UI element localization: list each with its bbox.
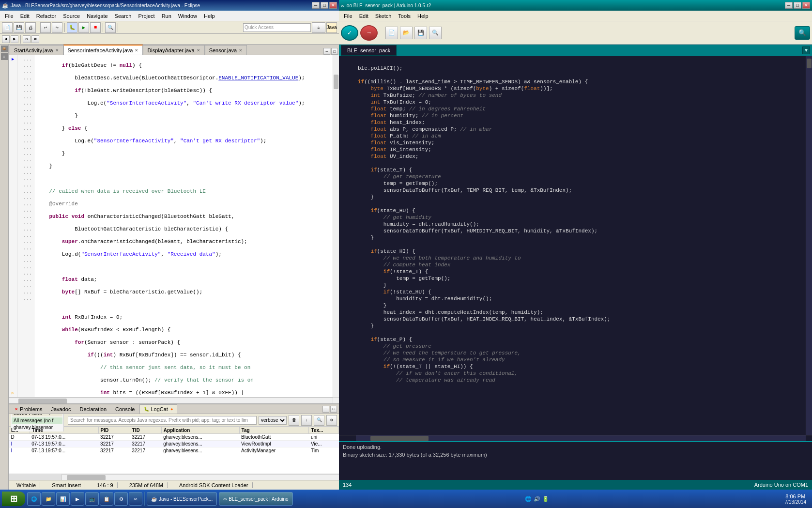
tab-logcat[interactable]: 🐛 LogCat ● xyxy=(139,404,177,414)
menu-navigate[interactable]: Navigate xyxy=(84,12,110,20)
tab-problems[interactable]: ✕ Problems xyxy=(11,404,46,414)
bottom-max-btn[interactable]: □ xyxy=(330,406,337,413)
save-btn[interactable]: 💾 xyxy=(14,22,24,33)
tab-console[interactable]: Console xyxy=(111,404,138,414)
quicklaunch-extra2[interactable]: 📋 xyxy=(100,492,113,506)
start-button[interactable]: ⊞ xyxy=(2,492,25,506)
eclipse-maximize-btn[interactable]: □ xyxy=(321,2,328,9)
editor-min-btn[interactable]: ─ xyxy=(323,48,330,55)
tab-javadoc[interactable]: Javadoc xyxy=(47,404,75,414)
editor-max-btn[interactable]: □ xyxy=(331,48,338,55)
quicklaunch-extra1[interactable]: 📺 xyxy=(85,492,99,506)
ard-menu-tools[interactable]: Tools xyxy=(395,12,414,20)
arduino-tab-dropdown[interactable]: ▼ xyxy=(802,46,810,54)
sidebar-outline-icon[interactable]: ≡ xyxy=(1,53,8,60)
tab-declaration[interactable]: Declaration xyxy=(76,404,110,414)
sync-btn[interactable]: ⇄ xyxy=(31,35,39,43)
undo-btn[interactable]: ↩ xyxy=(40,22,51,33)
arduino-editor[interactable]: ble.pollACI(); if((millis() - last_send_… xyxy=(339,56,812,441)
taskbar-arduino-label: BLE_sensor_pack | Arduino xyxy=(229,496,288,502)
remove-filter-btn[interactable]: − xyxy=(58,414,61,416)
logcat-settings-btn[interactable]: ⚙ xyxy=(326,415,337,426)
arduino-upload-btn[interactable]: → xyxy=(360,25,378,41)
new-btn[interactable]: 📄 xyxy=(2,22,13,33)
ard-menu-file[interactable]: File xyxy=(341,12,355,20)
run-btn[interactable]: ▶ xyxy=(78,22,89,33)
menu-help[interactable]: Help xyxy=(201,12,218,20)
menu-run[interactable]: Run xyxy=(159,12,174,20)
tab-sensor-close[interactable]: ✕ xyxy=(239,48,243,53)
table-row[interactable]: I 07-13 19:57:0... 32217 32217 gharvey.b… xyxy=(9,441,339,447)
menu-file[interactable]: File xyxy=(2,12,16,20)
menu-search[interactable]: Search xyxy=(112,12,135,20)
logcat-scroll-btn[interactable]: ↓ xyxy=(301,415,312,426)
ard-menu-help[interactable]: Help xyxy=(414,12,431,20)
add-filter-btn[interactable]: + xyxy=(48,414,51,416)
tab-startactivity-close[interactable]: ✕ xyxy=(55,48,59,53)
menu-refactor[interactable]: Refactor xyxy=(33,12,60,20)
arduino-save-btn[interactable]: 💾 xyxy=(414,27,427,39)
taskbar-arduino-window[interactable]: ∞ BLE_sensor_pack | Arduino xyxy=(219,492,292,506)
tab-sensorinterface-close[interactable]: ✕ xyxy=(135,48,138,53)
quicklaunch-explorer[interactable]: 📁 xyxy=(42,492,55,506)
quicklaunch-extra3[interactable]: ⚙ xyxy=(114,492,128,506)
table-row[interactable]: I 07-13 19:57:0... 32217 32217 gharvey.b… xyxy=(9,447,339,454)
arduino-monitor-btn[interactable]: 🔍 xyxy=(429,27,442,39)
table-row[interactable]: D 07-13 19:57:0... 32217 32217 gharvey.b… xyxy=(9,434,339,441)
editor-vscrollbar[interactable] xyxy=(333,55,339,397)
ard-menu-sketch[interactable]: Sketch xyxy=(372,12,395,20)
ard-menu-edit[interactable]: Edit xyxy=(356,12,371,20)
sidebar-package-icon[interactable]: 📦 xyxy=(1,46,8,52)
menu-project[interactable]: Project xyxy=(135,12,157,20)
tab-displayadapter-close[interactable]: ✕ xyxy=(197,48,200,53)
arduino-tab-main[interactable]: BLE_sensor_pack xyxy=(341,45,397,56)
quicklaunch-matlab[interactable]: 📊 xyxy=(56,492,70,506)
tab-sensorinterface[interactable]: SensorInterfaceActivity.java ✕ xyxy=(63,45,143,55)
logcat-filter-btn[interactable]: 🔍 xyxy=(314,415,324,426)
perspective-java[interactable]: Java xyxy=(326,22,337,33)
arduino-search-btn[interactable]: 🔍 xyxy=(795,26,810,40)
quicklaunch-media[interactable]: ▶ xyxy=(71,492,84,506)
eclipse-editor[interactable]: ► ▷ ... ... ... ... ... ... ... ... ... … xyxy=(9,55,339,397)
tab-displayadapter[interactable]: DisplayAdapter.java ✕ xyxy=(143,45,204,55)
menu-window[interactable]: Window xyxy=(175,12,200,20)
taskbar-clock[interactable]: 8:06 PM 7/13/2014 xyxy=(781,493,810,505)
redo-btn[interactable]: ↪ xyxy=(52,22,62,33)
arduino-vscrollbar[interactable] xyxy=(806,56,812,435)
taskbar-eclipse-window[interactable]: ☕ Java - BLESensorPack... xyxy=(147,492,217,506)
refresh-btn[interactable]: ↻ xyxy=(23,35,31,43)
verbose-select[interactable]: verbose xyxy=(259,416,287,425)
search-btn[interactable]: 🔍 xyxy=(105,22,116,33)
arduino-hscrollbar[interactable] xyxy=(339,435,812,441)
tab-sensor[interactable]: Sensor.java ✕ xyxy=(205,45,247,55)
cell-text-2: Tim xyxy=(309,447,339,454)
back-btn[interactable]: ◀ xyxy=(2,35,10,43)
arduino-open-btn[interactable]: 📂 xyxy=(400,27,413,39)
logcat-search-input[interactable] xyxy=(68,416,257,425)
debug-btn[interactable]: 🐛 xyxy=(67,22,77,33)
forward-btn[interactable]: ▶ xyxy=(11,35,18,43)
code-content[interactable]: if(bleGattDesc != null) { bleGattDesc.se… xyxy=(34,55,333,397)
toolbar-extra-btn[interactable]: ☕ xyxy=(312,22,325,33)
arduino-verify-btn[interactable]: ✓ xyxy=(341,25,358,41)
stop-btn[interactable]: ■ xyxy=(90,22,101,33)
quicklaunch-ie[interactable]: 🌐 xyxy=(27,492,41,506)
logcat-clear-btn[interactable]: 🗑 xyxy=(289,415,299,426)
quicklaunch-extra4[interactable]: ∞ xyxy=(129,492,142,506)
tab-startactivity[interactable]: StartActivity.java ✕ xyxy=(10,45,63,55)
quick-access-input[interactable]: Quick Access xyxy=(243,23,311,32)
arduino-done-text: Done uploading. xyxy=(343,444,808,450)
print-btn[interactable]: 🖨 xyxy=(25,22,36,33)
tab-console-label: Console xyxy=(115,406,135,412)
menu-edit[interactable]: Edit xyxy=(17,12,32,20)
arduino-maximize-btn[interactable]: □ xyxy=(794,2,801,9)
bottom-min-btn[interactable]: ─ xyxy=(322,406,329,413)
eclipse-minimize-btn[interactable]: ─ xyxy=(312,2,320,9)
arduino-minimize-btn[interactable]: ─ xyxy=(785,2,793,9)
arduino-code-content[interactable]: ble.pollACI(); if((millis() - last_send_… xyxy=(356,56,806,435)
arduino-new-btn[interactable]: 📄 xyxy=(385,27,398,39)
menu-source[interactable]: Source xyxy=(60,12,83,20)
eclipse-close-btn[interactable]: ✕ xyxy=(329,2,337,9)
arduino-close-btn[interactable]: ✕ xyxy=(802,2,810,9)
all-messages-filter[interactable]: All messages (no f xyxy=(12,417,62,424)
